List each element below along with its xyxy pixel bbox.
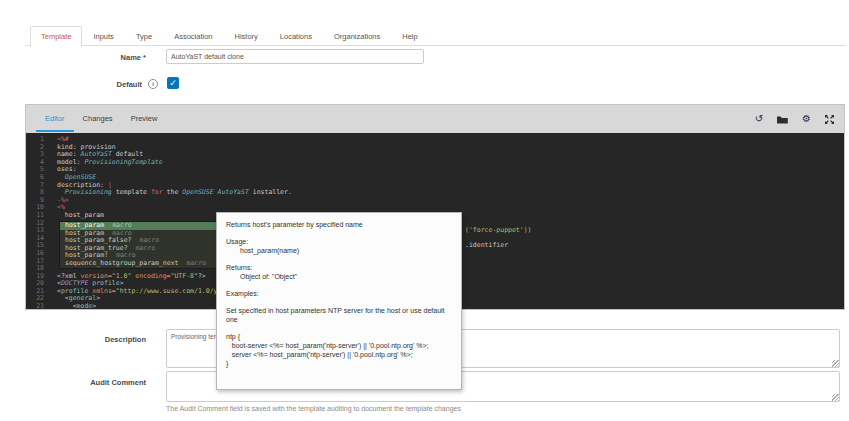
- undo-icon[interactable]: ↺: [755, 114, 763, 124]
- tooltip-code-line: }: [226, 359, 452, 368]
- editor-toolbar-icons: ↺ ⚙: [755, 114, 834, 124]
- tab-inputs[interactable]: Inputs: [82, 26, 124, 47]
- code-line: 5oses:: [26, 166, 844, 174]
- tooltip-usage: host_param(name): [226, 246, 452, 255]
- name-label: Name *: [0, 53, 146, 62]
- code-line: 2kind: provision: [26, 144, 844, 152]
- code-line: 8 Provisioning template for the OpenSUSE…: [26, 189, 844, 197]
- tooltip-examples-label: Examples:: [226, 289, 452, 298]
- page-tabs: TemplateInputsTypeAssociationHistoryLoca…: [25, 24, 845, 46]
- settings-gear-icon[interactable]: ⚙: [802, 114, 811, 124]
- line-number: 2: [26, 144, 49, 152]
- info-icon: i: [148, 79, 158, 89]
- autocomplete-dropdown: host_parammacrohost_parammacrohost_param…: [59, 221, 219, 269]
- tab-locations[interactable]: Locations: [269, 26, 323, 47]
- code-line: 6 OpenSUSE: [26, 174, 844, 182]
- line-number: 6: [26, 174, 49, 182]
- line-number: 3: [26, 151, 49, 159]
- default-label: Default: [0, 80, 142, 89]
- line-number: 5: [26, 166, 49, 174]
- line-number: 1: [26, 136, 49, 144]
- tooltip-code-line: ntp {: [226, 332, 452, 341]
- tooltip-code-line: server <%= host_param('ntp-server') || '…: [226, 350, 452, 359]
- editor-tab-editor[interactable]: Editor: [36, 106, 74, 132]
- tab-type[interactable]: Type: [125, 26, 163, 47]
- editor-toolbar: EditorChangesPreview ↺ ⚙: [26, 105, 844, 133]
- tooltip-example-code: ntp { boot-server <%= host_param('ntp-se…: [226, 332, 452, 368]
- resize-handle-icon[interactable]: [832, 360, 839, 367]
- audit-help-text: The Audit Comment field is saved with th…: [166, 405, 461, 412]
- editor-tab-changes[interactable]: Changes: [74, 106, 122, 132]
- tooltip-code-line: boot-server <%= host_param('ntp-server')…: [226, 341, 452, 350]
- fullscreen-icon[interactable]: [825, 115, 834, 124]
- tooltip-example-description: Set specified in host parameters NTP ser…: [226, 306, 452, 324]
- code-line: 1<%#: [26, 136, 844, 144]
- line-number: 23: [26, 303, 49, 309]
- code-line: 4model: ProvisioningTemplate: [26, 159, 844, 167]
- tooltip-description: Returns host's parameter by specified na…: [226, 220, 452, 229]
- tab-template[interactable]: Template: [30, 26, 82, 47]
- default-checkbox[interactable]: ✓: [167, 77, 179, 89]
- editor-tabs: EditorChangesPreview: [36, 106, 166, 132]
- tooltip-usage-label: Usage:: [226, 237, 452, 246]
- audit-comment-label: Audit Comment: [0, 378, 146, 387]
- editor-tab-preview[interactable]: Preview: [122, 106, 167, 132]
- tab-association[interactable]: Association: [163, 26, 223, 47]
- tab-help[interactable]: Help: [391, 26, 428, 47]
- macro-doc-tooltip: Returns host's parameter by specified na…: [216, 212, 462, 390]
- import-file-icon[interactable]: [777, 115, 788, 124]
- tab-organizations[interactable]: Organizations: [323, 26, 391, 47]
- tooltip-returns-label: Returns:: [226, 263, 452, 272]
- line-number: 8: [26, 189, 49, 197]
- code-line: 9-%>: [26, 197, 844, 205]
- resize-handle-icon[interactable]: [832, 394, 839, 401]
- tab-history[interactable]: History: [224, 26, 269, 47]
- line-number: 4: [26, 159, 49, 167]
- autocomplete-item[interactable]: sequence_hostgroup_param_nextmacro: [60, 260, 218, 268]
- code-line: 10<%: [26, 204, 844, 212]
- name-input[interactable]: [166, 49, 424, 64]
- line-number: 7: [26, 182, 49, 190]
- tooltip-returns: Object of: "Object": [226, 272, 452, 281]
- description-label: Description: [0, 335, 146, 344]
